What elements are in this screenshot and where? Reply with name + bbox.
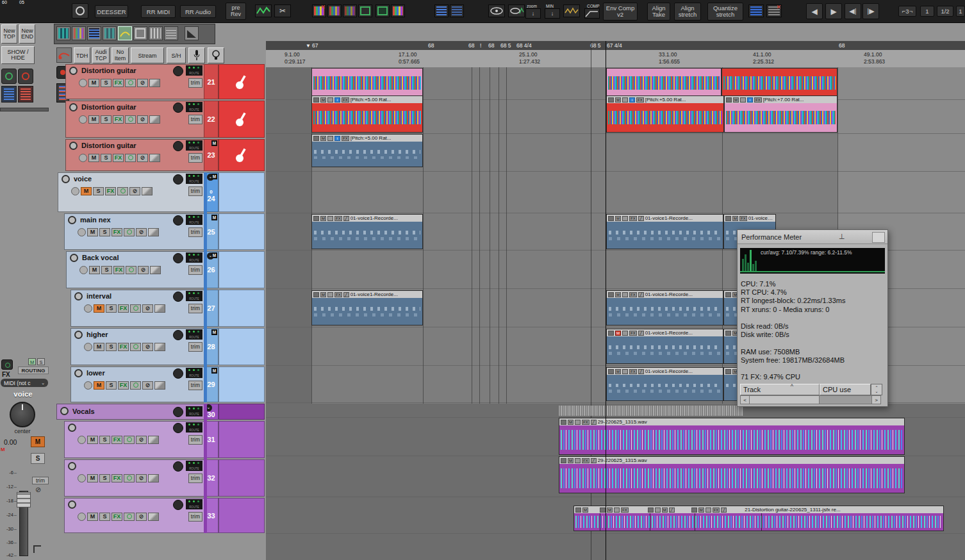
track-panel[interactable]: voice ROUTE MSFX⊘trim (58, 172, 205, 212)
fx-blue-icon[interactable] (748, 4, 764, 17)
rr-audio-button[interactable]: RR Audio (180, 5, 216, 18)
comp-icon[interactable] (584, 8, 600, 19)
media-item[interactable]: MiFX[Pitch:+7.00 Rat... (724, 95, 837, 133)
phase-button[interactable] (79, 154, 87, 162)
track-color-swatch[interactable] (219, 64, 265, 99)
env-display-button[interactable] (149, 154, 160, 162)
route-button[interactable]: ROUTE (186, 406, 202, 416)
route-button[interactable]: ROUTE (186, 422, 202, 432)
master-power-button[interactable] (1, 359, 13, 370)
media-item[interactable]: MiFX[Pitch:+5.00 Rat... (311, 95, 423, 133)
fx-button[interactable]: FX (111, 436, 122, 444)
align-stretch-button[interactable]: Align stretch (674, 3, 701, 21)
track-number[interactable]: 22 (204, 101, 219, 138)
master-mute-button[interactable]: M (31, 436, 45, 447)
record-arm-button[interactable] (69, 142, 78, 150)
env-display-button[interactable] (148, 513, 159, 521)
corner-tool-icon[interactable] (185, 26, 199, 40)
fx-power-button[interactable] (117, 187, 128, 195)
env-display-button[interactable] (154, 304, 165, 313)
mute-button[interactable]: M (94, 304, 104, 313)
track-color-swatch[interactable] (219, 328, 265, 365)
retro-record-button[interactable]: ⌐3¬ (898, 6, 916, 17)
env-display-button[interactable] (148, 228, 159, 236)
monitor-red-icon[interactable] (18, 69, 33, 84)
track-panel[interactable]: interval ROUTE MSFX⊘trim (70, 290, 205, 327)
track-panel[interactable]: Vocals ROUTE (56, 404, 205, 420)
wave-env-icon[interactable] (563, 4, 580, 17)
track-name[interactable]: Distortion guitar (81, 103, 136, 111)
scissors-icon[interactable]: ✂ (274, 4, 291, 17)
route-button[interactable]: ROUTE (186, 329, 202, 340)
item-frame-icon[interactable] (375, 4, 390, 17)
env-bypass-button[interactable]: ⊘ (136, 474, 147, 482)
eye-icon[interactable] (488, 4, 505, 17)
dock-window-icon[interactable] (133, 26, 147, 40)
record-arm-button[interactable] (60, 407, 69, 415)
trim-mode-button[interactable]: trim (32, 477, 49, 484)
fx-power-button[interactable] (126, 266, 136, 274)
fx-power-button[interactable] (125, 154, 136, 162)
razor-x-icon[interactable]: ✕ (312, 4, 326, 17)
pan-knob[interactable] (173, 423, 183, 433)
record-arm-button[interactable] (74, 369, 83, 377)
media-item[interactable]: MFX╱01-voice1-Recorde... (606, 214, 723, 249)
meter-blue-icon[interactable] (1, 86, 17, 103)
pan-knob[interactable] (173, 292, 183, 302)
fx-power-button[interactable] (125, 79, 136, 87)
route-button[interactable]: ROUTE (186, 174, 202, 184)
env-bypass-button[interactable]: ⊘ (137, 79, 148, 87)
pan-knob[interactable] (173, 500, 183, 510)
track-color-swatch[interactable] (219, 172, 265, 212)
env-bypass-button[interactable]: ⊘ (136, 228, 147, 236)
pan-knob[interactable] (173, 174, 183, 185)
media-item[interactable]: MiFX[Pitch:+5.00 Rat... (606, 95, 724, 133)
media-item[interactable]: MFX╱01-voice1-Recorde... (311, 214, 423, 249)
mute-button[interactable]: M (81, 187, 92, 195)
env-display-button[interactable] (154, 343, 165, 351)
track-color-swatch[interactable] (219, 101, 265, 138)
solo-button[interactable]: S (99, 436, 110, 444)
transport-prev-button[interactable]: ◀ (806, 3, 823, 19)
record-arm-button[interactable] (70, 254, 78, 262)
pan-knob[interactable] (173, 103, 183, 113)
fx-button[interactable]: FX (113, 154, 124, 162)
pre-rev-button[interactable]: pre Rev (226, 3, 246, 20)
pan-knob[interactable] (173, 141, 183, 151)
new-end-button[interactable]: New END (19, 24, 35, 44)
fx-button[interactable]: FX (105, 187, 116, 195)
pan-knob-large[interactable] (10, 402, 35, 427)
record-arm-button[interactable] (62, 175, 70, 183)
track-panel[interactable]: ROUTE MSFX⊘trim (64, 498, 205, 533)
route-button[interactable]: ROUTE (186, 499, 202, 509)
solo-button[interactable]: S (99, 228, 110, 236)
solo-button[interactable]: S (99, 513, 110, 521)
draw-grid-icon[interactable] (72, 26, 86, 40)
track-name[interactable]: voice (74, 175, 92, 183)
fx-list-header[interactable]: Track ^ CPU use ⌃ ⌄ (740, 384, 882, 395)
stream-button[interactable]: Stream (131, 47, 164, 63)
new-top-button[interactable]: New TOP (1, 24, 17, 44)
solo-button[interactable]: S (101, 154, 111, 162)
env-display-button[interactable] (148, 436, 159, 444)
resize-grip[interactable] (33, 545, 41, 553)
trim-button[interactable]: trim (188, 381, 202, 390)
pan-knob[interactable] (173, 368, 183, 379)
track-color-swatch[interactable] (219, 251, 265, 288)
scroll-thumb[interactable] (750, 396, 820, 404)
fx-button[interactable]: FX (113, 79, 124, 87)
track-name[interactable]: higher (87, 331, 108, 338)
midi-mode-selector[interactable]: MIDI (not c ⌄ (1, 379, 48, 387)
trim-button[interactable]: trim (188, 186, 202, 196)
route-button[interactable]: ROUTE (186, 215, 202, 225)
grid-1-button[interactable]: 1 (920, 6, 934, 17)
solo-button[interactable]: S (99, 474, 110, 482)
vertical-lines-icon[interactable] (149, 26, 163, 40)
mute-button[interactable]: M (87, 436, 98, 444)
track-panel[interactable]: Back vocal ROUTE MSFX⊘trim (66, 251, 205, 288)
route-button[interactable]: ROUTE (186, 65, 202, 76)
env-bypass-button[interactable]: ⊘ (142, 304, 153, 313)
grid-half-button[interactable]: 1/2 (937, 6, 953, 17)
track-name[interactable]: Distortion guitar (81, 142, 136, 149)
track-panel[interactable]: ROUTE MSFX⊘trim (64, 421, 205, 458)
